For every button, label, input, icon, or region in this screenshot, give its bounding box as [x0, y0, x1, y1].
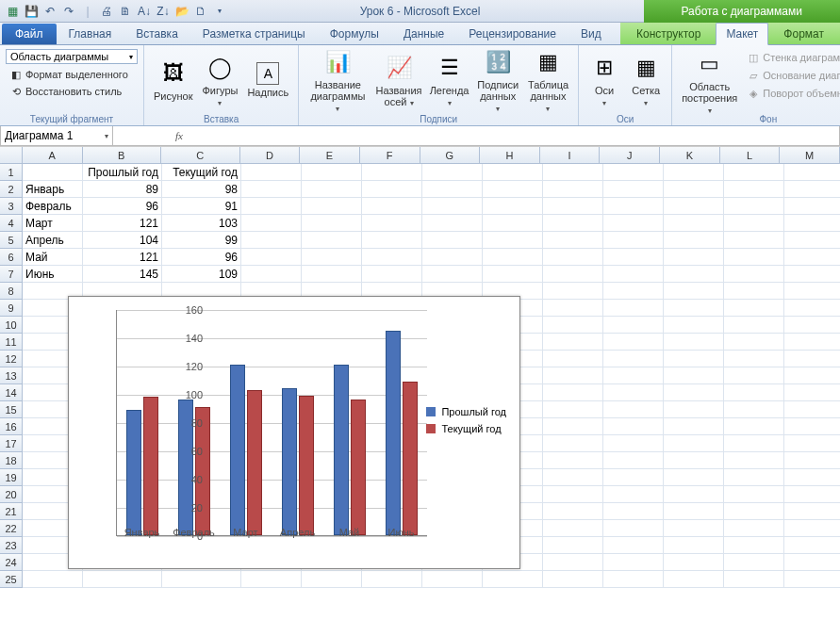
cell-L13[interactable]	[724, 367, 784, 384]
cell-E3[interactable]	[302, 198, 362, 215]
cell-D7[interactable]	[241, 266, 302, 283]
cell-K7[interactable]	[664, 266, 724, 283]
cell-D2[interactable]	[241, 181, 302, 198]
cell-D25[interactable]	[241, 571, 302, 588]
cell-J6[interactable]	[603, 249, 664, 266]
cell-L11[interactable]	[724, 334, 784, 351]
cell-J8[interactable]	[603, 283, 664, 300]
save-icon[interactable]: 💾	[23, 3, 40, 20]
cell-B6[interactable]: 121	[83, 249, 162, 266]
cell-J23[interactable]	[603, 537, 664, 554]
cell-K8[interactable]	[664, 283, 724, 300]
cell-L14[interactable]	[724, 384, 784, 401]
embedded-chart[interactable]: Прошлый год Текущий год 0204060801001201…	[68, 296, 520, 569]
cell-I6[interactable]	[543, 249, 603, 266]
data-table-button[interactable]: ▦ Таблица данных ▾	[524, 45, 572, 116]
chart-plot-area[interactable]	[116, 310, 427, 536]
cell-L9[interactable]	[724, 300, 784, 317]
cell-J19[interactable]	[603, 469, 664, 486]
cell-M3[interactable]	[784, 198, 840, 215]
bar-Текущий год-Май[interactable]	[351, 400, 366, 535]
cell-M16[interactable]	[784, 418, 840, 435]
row-header-1[interactable]: 1	[0, 164, 23, 181]
cell-K17[interactable]	[664, 435, 724, 452]
cell-L10[interactable]	[724, 317, 784, 334]
cell-L7[interactable]	[724, 266, 784, 283]
cell-I21[interactable]	[543, 503, 603, 520]
cell-M24[interactable]	[784, 554, 840, 571]
row-header-18[interactable]: 18	[0, 452, 23, 469]
row-header-5[interactable]: 5	[0, 232, 23, 249]
cell-L16[interactable]	[724, 418, 784, 435]
cell-J7[interactable]	[603, 266, 664, 283]
redo-icon[interactable]: ↷	[60, 3, 77, 20]
cell-H25[interactable]	[483, 571, 543, 588]
row-header-22[interactable]: 22	[0, 520, 23, 537]
formula-input[interactable]	[189, 129, 839, 142]
cell-I4[interactable]	[543, 215, 603, 232]
col-header-D[interactable]: D	[240, 147, 301, 163]
cell-M9[interactable]	[784, 300, 840, 317]
tab-layout[interactable]: Разметка страницы	[193, 24, 315, 44]
cell-J20[interactable]	[603, 486, 664, 503]
cell-E5[interactable]	[302, 232, 362, 249]
cell-K1[interactable]	[664, 164, 724, 181]
cell-E25[interactable]	[302, 571, 362, 588]
cell-D5[interactable]	[241, 232, 302, 249]
cell-L24[interactable]	[724, 554, 784, 571]
cell-M5[interactable]	[784, 232, 840, 249]
tab-chart-layout[interactable]: Макет	[716, 23, 768, 45]
cell-G1[interactable]	[422, 164, 483, 181]
data-labels-button[interactable]: 🔢 Подписи данных ▾	[474, 45, 522, 116]
reset-style-button[interactable]: ⟲ Восстановить стиль	[6, 83, 138, 100]
cell-J10[interactable]	[603, 317, 664, 334]
cell-B7[interactable]: 145	[83, 266, 162, 283]
bar-Прошлый год-Январь[interactable]	[126, 410, 141, 536]
cell-C6[interactable]: 96	[162, 249, 241, 266]
cell-M18[interactable]	[784, 452, 840, 469]
tab-formulas[interactable]: Формулы	[321, 24, 388, 44]
insert-shapes-button[interactable]: ◯ Фигуры▾	[199, 51, 242, 110]
cell-C3[interactable]: 91	[162, 198, 241, 215]
row-header-6[interactable]: 6	[0, 249, 23, 266]
cell-H6[interactable]	[483, 249, 543, 266]
cell-K2[interactable]	[664, 181, 724, 198]
chart-legend[interactable]: Прошлый год Текущий год	[426, 400, 506, 440]
cell-I13[interactable]	[543, 367, 603, 384]
cell-M22[interactable]	[784, 520, 840, 537]
cell-A3[interactable]: Февраль	[23, 198, 83, 215]
cell-I2[interactable]	[543, 181, 603, 198]
col-header-G[interactable]: G	[420, 147, 481, 163]
cell-A2[interactable]: Январь	[23, 181, 83, 198]
cell-I25[interactable]	[543, 571, 603, 588]
plot-area-button[interactable]: ▭ Область построения ▾	[678, 47, 741, 118]
row-header-15[interactable]: 15	[0, 401, 23, 418]
row-header-21[interactable]: 21	[0, 503, 23, 520]
cell-A4[interactable]: Март	[23, 215, 83, 232]
sort-desc-icon[interactable]: Z↓	[155, 3, 172, 20]
bar-Прошлый год-Март[interactable]	[230, 365, 245, 536]
cell-E4[interactable]	[302, 215, 362, 232]
col-header-C[interactable]: C	[161, 147, 240, 163]
cell-I9[interactable]	[543, 300, 603, 317]
cell-M11[interactable]	[784, 334, 840, 351]
cell-L25[interactable]	[724, 571, 784, 588]
row-header-14[interactable]: 14	[0, 384, 23, 401]
row-header-3[interactable]: 3	[0, 198, 23, 215]
sort-asc-icon[interactable]: A↓	[136, 3, 153, 20]
format-selection-button[interactable]: ◧ Формат выделенного	[6, 66, 138, 83]
cell-K10[interactable]	[664, 317, 724, 334]
row-header-24[interactable]: 24	[0, 554, 23, 571]
cell-I24[interactable]	[543, 554, 603, 571]
cell-J4[interactable]	[603, 215, 664, 232]
cell-K13[interactable]	[664, 367, 724, 384]
cell-K9[interactable]	[664, 300, 724, 317]
legend-item-1[interactable]: Прошлый год	[426, 406, 506, 417]
cell-C7[interactable]: 109	[162, 266, 241, 283]
cell-L6[interactable]	[724, 249, 784, 266]
col-header-B[interactable]: B	[83, 147, 162, 163]
cell-K12[interactable]	[664, 351, 724, 367]
row-header-4[interactable]: 4	[0, 215, 23, 232]
chart-title-button[interactable]: 📊 Название диаграммы ▾	[305, 45, 371, 116]
cell-G4[interactable]	[422, 215, 483, 232]
